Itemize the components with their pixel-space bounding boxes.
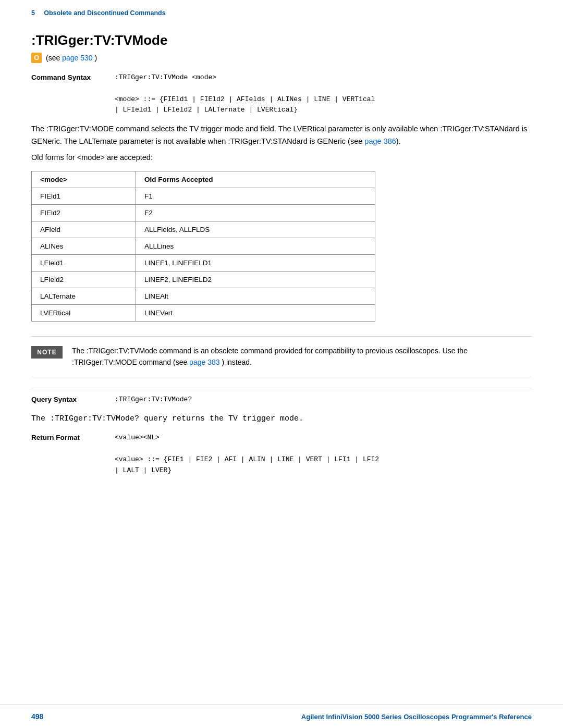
table-header-row: <mode> Old Forms Accepted [32, 171, 375, 188]
chapter-number: 5 [31, 9, 35, 17]
table-row: FIEld1F1 [32, 188, 375, 205]
table-row: ALINesALLLines [32, 238, 375, 255]
table-cell-mode: AFIeld [32, 221, 136, 238]
query-line1: :TRIGger:TV:TVMode? [115, 394, 192, 405]
see-page-prefix: (see [46, 54, 60, 62]
table-cell-old-forms: LINEF1, LINEFIELD1 [136, 255, 375, 272]
table-col2-header: Old Forms Accepted [136, 171, 375, 188]
table-row: LFIeld1LINEF1, LINEFIELD1 [32, 255, 375, 272]
footer-title: Agilent InfiniVision 5000 Series Oscillo… [301, 713, 532, 721]
mode-table: <mode> Old Forms Accepted FIEld1F1FIEld2… [31, 171, 375, 322]
query-syntax-label: Query Syntax [31, 394, 115, 405]
description-para1: The :TRIGger:TV:MODE command selects the… [31, 123, 532, 148]
page386-link[interactable]: page 386 [364, 137, 396, 145]
cmd-line3: | LFIeld1 | LFIeld2 | LALTernate | LVERt… [115, 105, 375, 116]
footer: 498 Agilent InfiniVision 5000 Series Osc… [0, 705, 563, 728]
table-col1-header: <mode> [32, 171, 136, 188]
command-syntax-label: Command Syntax [31, 72, 115, 116]
table-cell-mode: LVERtical [32, 305, 136, 322]
breadcrumb: 5 Obsolete and Discontinued Commands [0, 0, 563, 22]
return-format-block: Return Format <value><NL> <value> ::= {F… [31, 433, 532, 476]
chapter-title: Obsolete and Discontinued Commands [44, 9, 165, 17]
table-cell-old-forms: F2 [136, 205, 375, 221]
table-row: LVERticalLINEVert [32, 305, 375, 322]
note-block: NOTE The :TRIGger:TV:TVMode command is a… [31, 336, 532, 377]
table-cell-old-forms: LINEAlt [136, 288, 375, 305]
see-page-text: (see page 530 ) [46, 54, 97, 62]
footer-page-number: 498 [31, 712, 43, 721]
table-row: LALTernateLINEAlt [32, 288, 375, 305]
see-page-suffix: ) [94, 54, 97, 62]
return-line3: | LALT | LVER} [115, 465, 379, 476]
return-format-content: <value><NL> <value> ::= {FIE1 | FIE2 | A… [115, 433, 379, 476]
note-label: NOTE [31, 346, 63, 359]
see-page-line: O (see page 530 ) [31, 53, 532, 63]
table-row: LFIeld2LINEF2, LINEFIELD2 [32, 272, 375, 288]
table-cell-old-forms: LINEVert [136, 305, 375, 322]
command-syntax-block: Command Syntax :TRIGger:TV:TVMode <mode>… [31, 72, 532, 116]
divider [31, 388, 532, 388]
table-cell-old-forms: ALLLines [136, 238, 375, 255]
note-text1: The :TRIGger:TV:TVMode command is an obs… [72, 347, 468, 366]
table-cell-mode: LALTernate [32, 288, 136, 305]
return-line1: <value><NL> [115, 433, 379, 443]
main-content: :TRIGger:TV:TVMode O (see page 530 ) Com… [0, 22, 563, 513]
table-row: FIEld2F2 [32, 205, 375, 221]
query-syntax-block: Query Syntax :TRIGger:TV:TVMode? [31, 394, 532, 405]
table-cell-mode: LFIeld2 [32, 272, 136, 288]
table-cell-old-forms: LINEF2, LINEFIELD2 [136, 272, 375, 288]
note-text2: ) instead. [222, 358, 252, 366]
note-text: The :TRIGger:TV:TVMode command is an obs… [72, 345, 532, 368]
table-cell-old-forms: ALLFields, ALLFLDS [136, 221, 375, 238]
return-format-label: Return Format [31, 433, 115, 476]
return-line2: <value> ::= {FIE1 | FIE2 | AFI | ALIN | … [115, 454, 379, 465]
section-title: :TRIGger:TV:TVMode [31, 32, 532, 48]
table-row: AFIeldALLFields, ALLFLDS [32, 221, 375, 238]
command-syntax-content: :TRIGger:TV:TVMode <mode> <mode> ::= {FI… [115, 72, 375, 116]
query-description: The :TRIGger:TV:TVMode? query returns th… [31, 413, 532, 426]
table-cell-mode: FIEld2 [32, 205, 136, 221]
table-cell-old-forms: F1 [136, 188, 375, 205]
table-cell-mode: ALINes [32, 238, 136, 255]
table-cell-mode: LFIeld1 [32, 255, 136, 272]
old-forms-text: Old forms for <mode> are accepted: [31, 153, 532, 162]
orange-badge: O [31, 53, 42, 63]
table-cell-mode: FIEld1 [32, 188, 136, 205]
query-syntax-content: :TRIGger:TV:TVMode? [115, 394, 192, 405]
cmd-line1: :TRIGger:TV:TVMode <mode> [115, 72, 375, 83]
page383-link[interactable]: page 383 [189, 358, 219, 366]
see-page-link[interactable]: page 530 [62, 54, 92, 62]
cmd-line2: <mode> ::= {FIEld1 | FIEld2 | AFIelds | … [115, 94, 375, 105]
page: 5 Obsolete and Discontinued Commands :TR… [0, 0, 563, 728]
